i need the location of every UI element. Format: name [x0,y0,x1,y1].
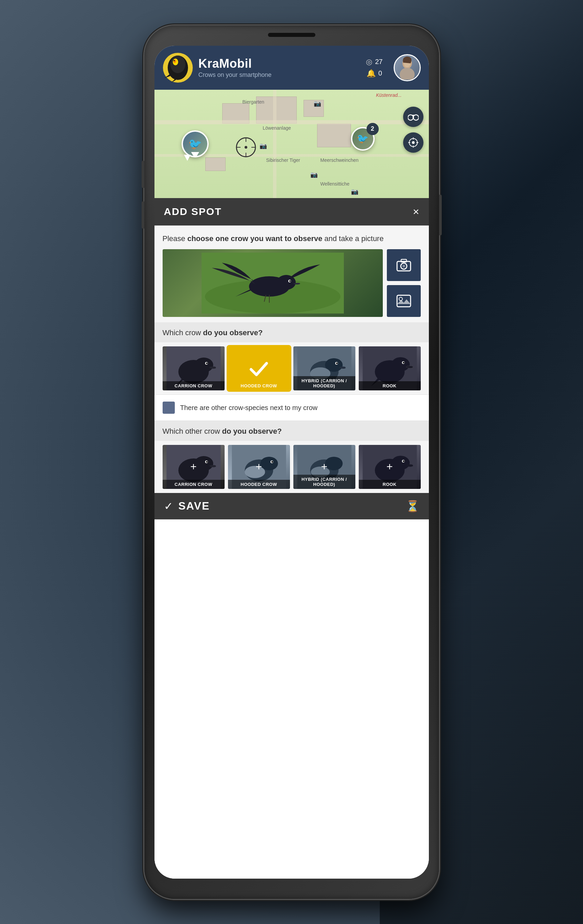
map-label-lowenanlage: Löwenanlage [263,125,291,131]
header-title-block: KraMobil Crows on your smartphone [193,56,366,79]
other-carrion-label: CARRION CROW [163,480,225,489]
svg-point-51 [391,357,410,371]
crosshair-svg [236,137,256,157]
instruction-section: Please choose one crow you want to obser… [154,226,429,249]
svg-point-19 [412,141,415,144]
svg-point-40 [194,358,213,373]
svg-rect-17 [413,117,414,118]
other-crow-hybrid[interactable]: + HYBRID (CARRION / HOODED) [293,445,355,489]
map-road [273,90,276,198]
carrion-label: CARRION CROW [163,381,225,390]
crow-preview-image [163,249,383,317]
svg-rect-34 [401,259,406,262]
which-other-section: Which other crow do you observe? [154,421,429,441]
app-name: KraMobil [198,56,366,71]
camera-icon [396,259,411,272]
map-label-meerschweinchen: Meerschweinchen [320,157,359,163]
svg-point-2 [170,56,185,73]
crow-option-carrion[interactable]: CARRION CROW [163,346,225,390]
other-crow-options-list: + CARRION CROW [154,441,429,493]
hybrid-label: HYBRID (CARRION / HOODED) [293,376,355,390]
svg-point-29 [289,280,291,282]
app-logo [163,53,193,83]
hooded-label: HOODED CROW [228,381,290,390]
svg-point-42 [206,363,208,364]
locate-button[interactable] [403,132,423,153]
side-button-volume-down [142,201,144,229]
crow-flying-svg [201,252,344,314]
modal-header: ADD SPOT × [154,198,429,226]
map-label-sibirischer: Sibirischer Tiger [266,157,300,163]
map-building [205,157,226,171]
save-label: SAVE [178,500,210,512]
map-camera-icon: 📷 [259,142,267,150]
other-rook-label: ROOK [359,480,421,489]
svg-rect-36 [397,295,411,307]
avatar-image [397,56,417,79]
svg-point-5 [173,60,175,61]
app-content: KraMobil Crows on your smartphone ◎ 27 [154,46,429,879]
app-header: KraMobil Crows on your smartphone ◎ 27 [154,46,429,90]
image-upload-area [154,249,429,322]
timer-icon: ⏳ [406,500,419,513]
phone-screen: KraMobil Crows on your smartphone ◎ 27 [154,46,429,879]
crow-options-list: CARRION CROW HOODED CROW [154,342,429,394]
save-check-icon: ✓ [164,500,173,513]
modal-title: ADD SPOT [164,206,222,217]
map-label-kustenrad: Küstenrad... [376,92,402,98]
crow-silhouette [163,249,383,317]
other-hooded-label: HOODED CROW [228,480,290,489]
modal-container: ADD SPOT × Please choose one crow you wa… [154,198,429,879]
checkbox-label: There are other crow-species next to my … [180,404,318,412]
checkbox-row: There are other crow-species next to my … [154,394,429,421]
stat-bell: 🔔 0 [367,69,382,78]
which-other-title: Which other crow do you observe? [163,426,421,437]
bell-icon: 🔔 [367,69,376,78]
map-camera-icon-4: 📷 [351,188,358,195]
gallery-button[interactable] [387,285,421,317]
other-hybrid-label: HYBRID (CARRION / HOODED) [293,475,355,489]
crow-option-rook[interactable]: ROOK [359,346,421,390]
map-marker-pointer [184,155,191,161]
other-species-checkbox[interactable] [163,401,175,414]
map-marker-main[interactable]: 🐦 [182,130,209,157]
modal-close-button[interactable]: × [413,206,419,218]
map-container: Biergarten Löwenanlage Sibirischer Tiger… [154,90,429,198]
svg-point-37 [399,297,403,301]
other-crow-rook[interactable]: + ROOK [359,445,421,489]
phone-frame: KraMobil Crows on your smartphone ◎ 27 [144,25,439,899]
map-label-wellensittiche: Wellensittiche [320,181,350,186]
which-crow-title: Which crow do you observe? [163,328,421,338]
camera-button[interactable] [387,249,421,281]
app-tagline: Crows on your smartphone [198,71,366,79]
which-crow-section: Which crow do you observe? [154,322,429,342]
other-crow-hooded[interactable]: + HOODED CROW [228,445,290,489]
save-button[interactable]: ✓ SAVE [164,500,210,513]
location-icon: ◎ [366,58,372,66]
crow-option-hooded[interactable]: HOODED CROW [228,346,290,390]
header-stats: ◎ 27 🔔 0 [366,58,382,78]
user-avatar[interactable] [394,54,421,81]
phone-speaker [268,33,315,37]
map-camera-icon-3: 📷 [314,100,321,107]
rook-label: ROOK [359,381,421,390]
map-camera-icon-2: 📷 [310,171,318,178]
side-button-power [439,195,442,235]
svg-point-47 [336,363,338,364]
locate-icon [408,137,418,148]
svg-point-7 [400,68,415,79]
stat-location: ◎ 27 [366,58,382,66]
svg-point-35 [403,265,405,267]
save-bar: ✓ SAVE ⏳ [154,493,429,520]
check-icon [247,356,271,380]
map-road [154,120,429,124]
map-crosshair [236,137,256,157]
map-label-biergarten: Biergarten [243,99,264,105]
phone-wrapper: KraMobil Crows on your smartphone ◎ 27 [144,25,439,899]
binoculars-button[interactable] [403,107,423,127]
gallery-icon [396,295,411,307]
crow-option-hybrid[interactable]: HYBRID (CARRION / HOODED) [293,346,355,390]
svg-point-53 [403,362,405,364]
other-crow-carrion[interactable]: + CARRION CROW [163,445,225,489]
upload-buttons [387,249,421,317]
